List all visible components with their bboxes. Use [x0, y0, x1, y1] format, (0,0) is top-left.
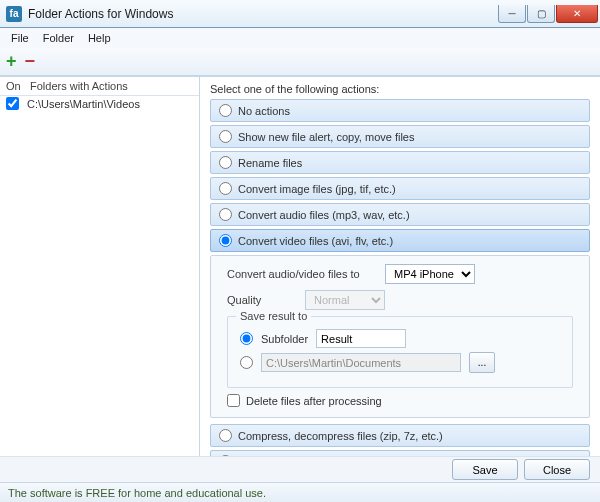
folder-row[interactable]: C:\Users\Martin\Videos [0, 96, 199, 111]
option-user-defined[interactable]: User defined action [210, 450, 590, 456]
option-no-actions[interactable]: No actions [210, 99, 590, 122]
column-on: On [6, 80, 30, 92]
statusbar: The software is FREE for home and educat… [0, 482, 600, 502]
radio-convert-audio[interactable] [219, 208, 232, 221]
window-title: Folder Actions for Windows [28, 7, 497, 21]
radio-no-actions[interactable] [219, 104, 232, 117]
radio-subfolder[interactable] [240, 332, 253, 345]
option-label: Convert video files (avi, flv, etc.) [238, 235, 393, 247]
option-label: Show new file alert, copy, move files [238, 131, 414, 143]
option-label: Convert audio files (mp3, wav, etc.) [238, 209, 410, 221]
menu-folder[interactable]: Folder [36, 30, 81, 46]
folder-on-checkbox[interactable] [6, 97, 19, 110]
quality-label: Quality [227, 294, 297, 306]
radio-show-alert[interactable] [219, 130, 232, 143]
remove-icon[interactable]: − [25, 51, 36, 72]
close-window-button[interactable]: ✕ [556, 5, 598, 23]
main-area: On Folders with Actions C:\Users\Martin\… [0, 76, 600, 456]
actions-prompt: Select one of the following actions: [210, 83, 590, 95]
folder-list-header: On Folders with Actions [0, 77, 199, 96]
save-button[interactable]: Save [452, 459, 518, 480]
convert-to-select[interactable]: MP4 iPhone [385, 264, 475, 284]
subfolder-label: Subfolder [261, 333, 308, 345]
titlebar: fa Folder Actions for Windows ─ ▢ ✕ [0, 0, 600, 28]
delete-after-label: Delete files after processing [246, 395, 382, 407]
delete-after-checkbox[interactable] [227, 394, 240, 407]
close-button[interactable]: Close [524, 459, 590, 480]
radio-user-defined[interactable] [219, 455, 232, 456]
option-convert-image[interactable]: Convert image files (jpg, tif, etc.) [210, 177, 590, 200]
radio-convert-video[interactable] [219, 234, 232, 247]
save-result-fieldset: Save result to Subfolder ... [227, 316, 573, 388]
option-label: User defined action [238, 456, 333, 457]
menu-file[interactable]: File [4, 30, 36, 46]
window-controls: ─ ▢ ✕ [497, 5, 598, 23]
browse-button[interactable]: ... [469, 352, 495, 373]
option-label: Compress, decompress files (zip, 7z, etc… [238, 430, 443, 442]
toolbar: + − [0, 48, 600, 76]
option-convert-video[interactable]: Convert video files (avi, flv, etc.) [210, 229, 590, 252]
column-folders: Folders with Actions [30, 80, 128, 92]
radio-rename[interactable] [219, 156, 232, 169]
option-label: Convert image files (jpg, tif, etc.) [238, 183, 396, 195]
option-label: Rename files [238, 157, 302, 169]
status-text: The software is FREE for home and educat… [8, 487, 266, 499]
quality-select: Normal [305, 290, 385, 310]
radio-path[interactable] [240, 356, 253, 369]
actions-pane: Select one of the following actions: No … [200, 77, 600, 456]
app-icon: fa [6, 6, 22, 22]
option-compress[interactable]: Compress, decompress files (zip, 7z, etc… [210, 424, 590, 447]
option-label: No actions [238, 105, 290, 117]
convert-to-label: Convert audio/video files to [227, 268, 377, 280]
subfolder-input[interactable] [316, 329, 406, 348]
button-bar: Save Close [0, 456, 600, 482]
convert-panel: Convert audio/video files to MP4 iPhone … [210, 255, 590, 418]
radio-compress[interactable] [219, 429, 232, 442]
option-rename[interactable]: Rename files [210, 151, 590, 174]
minimize-button[interactable]: ─ [498, 5, 526, 23]
save-result-legend: Save result to [236, 310, 311, 322]
folder-path: C:\Users\Martin\Videos [27, 98, 140, 110]
folders-pane: On Folders with Actions C:\Users\Martin\… [0, 77, 200, 456]
folder-list: C:\Users\Martin\Videos [0, 96, 199, 456]
menu-help[interactable]: Help [81, 30, 118, 46]
path-input [261, 353, 461, 372]
menubar: File Folder Help [0, 28, 600, 48]
option-show-alert[interactable]: Show new file alert, copy, move files [210, 125, 590, 148]
radio-convert-image[interactable] [219, 182, 232, 195]
maximize-button[interactable]: ▢ [527, 5, 555, 23]
option-convert-audio[interactable]: Convert audio files (mp3, wav, etc.) [210, 203, 590, 226]
add-icon[interactable]: + [6, 51, 17, 72]
